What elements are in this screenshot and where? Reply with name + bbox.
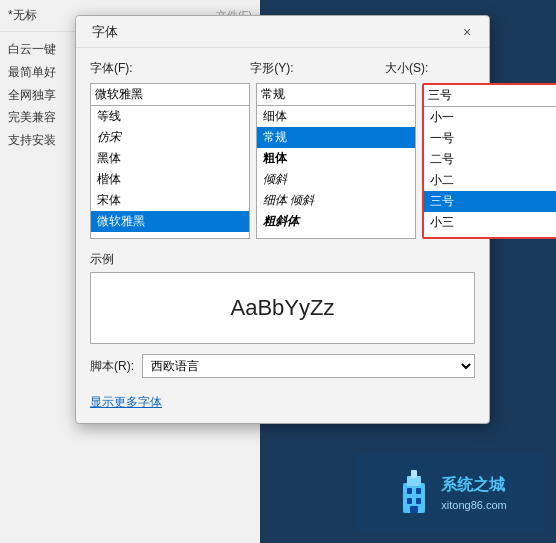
font-item-kaiti[interactable]: 楷体 (91, 169, 249, 190)
style-item-bold-italic[interactable]: 粗斜体 (257, 211, 415, 232)
font-item-heiti[interactable]: 黑体 (91, 148, 249, 169)
svg-rect-4 (416, 488, 421, 494)
size-col-inner: 小一 一号 二号 小二 三号 小三 四号 小四 (422, 83, 556, 239)
svg-rect-7 (410, 506, 418, 513)
script-label: 脚本(R): (90, 358, 134, 375)
editor-tab: *无标 (8, 7, 37, 24)
style-col-label: 字形(Y): (250, 60, 379, 77)
font-item-fangsong[interactable]: 仿宋 (91, 127, 249, 148)
size-col-header: 大小(S): (385, 60, 475, 79)
preview-box: AaBbYyZz (90, 272, 475, 344)
size-listbox-wrapper: 小一 一号 二号 小二 三号 小三 四号 小四 (424, 85, 556, 237)
columns-header: 字体(F): 字形(Y): 大小(S): (90, 60, 475, 79)
size-item-1hao[interactable]: 一号 (424, 128, 556, 149)
size-item-xiao3[interactable]: 小三 (424, 212, 556, 233)
editor-tab-label: *无标 (8, 7, 37, 24)
dialog-footer: 显示更多字体 (76, 388, 489, 423)
preview-section: 示例 AaBbYyZz (90, 251, 475, 344)
watermark: 系统之城 xitong86.com (356, 453, 546, 533)
dialog-close-button[interactable]: × (457, 22, 477, 42)
size-item-2hao[interactable]: 二号 (424, 149, 556, 170)
watermark-main-text: 系统之城 (441, 473, 506, 497)
watermark-sub-text: xitong86.com (441, 497, 506, 514)
font-item-dengxian[interactable]: 等线 (91, 106, 249, 127)
font-item-newsongti[interactable]: 新宋体 (91, 232, 249, 236)
style-item-regular[interactable]: 常规 (257, 127, 415, 148)
font-input[interactable] (91, 84, 249, 106)
svg-rect-3 (407, 488, 412, 494)
size-col-wrapper: 小一 一号 二号 小二 三号 小三 四号 小四 (422, 83, 556, 239)
style-listbox-wrapper: 细体 常规 粗体 倾斜 细体 倾斜 粗斜体 (256, 83, 416, 239)
font-listbox-wrapper: 等线 仿宋 黑体 楷体 宋体 微软雅黑 新宋体 (90, 83, 250, 239)
svg-rect-6 (416, 498, 421, 504)
preview-text: AaBbYyZz (231, 295, 335, 321)
dialog-body: 字体(F): 字形(Y): 大小(S): 等线 仿宋 黑体 楷体 宋体 微软雅黑 (76, 48, 489, 388)
dialog-titlebar: 字体 × (76, 16, 489, 48)
font-col-label: 字体(F): (90, 60, 244, 77)
size-input[interactable] (424, 85, 556, 107)
size-item-4hao[interactable]: 四号 (424, 233, 556, 237)
preview-label: 示例 (90, 251, 475, 268)
script-section: 脚本(R): 西欧语言 (90, 354, 475, 378)
dialog-title: 字体 (92, 23, 118, 41)
style-item-bold[interactable]: 粗体 (257, 148, 415, 169)
style-listbox[interactable]: 细体 常规 粗体 倾斜 细体 倾斜 粗斜体 (257, 106, 415, 236)
font-item-songti[interactable]: 宋体 (91, 190, 249, 211)
more-fonts-link[interactable]: 显示更多字体 (90, 395, 162, 409)
style-input[interactable] (257, 84, 415, 106)
watermark-icon (395, 468, 433, 518)
font-col-header: 字体(F): (90, 60, 244, 79)
font-item-msyahei[interactable]: 微软雅黑 (91, 211, 249, 232)
columns-row: 等线 仿宋 黑体 楷体 宋体 微软雅黑 新宋体 细体 常规 粗体 倾斜 细体 倾… (90, 83, 475, 239)
watermark-text-container: 系统之城 xitong86.com (441, 473, 506, 514)
style-item-thin[interactable]: 细体 (257, 106, 415, 127)
size-listbox[interactable]: 小一 一号 二号 小二 三号 小三 四号 小四 (424, 107, 556, 237)
size-col-label: 大小(S): (385, 60, 475, 77)
font-listbox[interactable]: 等线 仿宋 黑体 楷体 宋体 微软雅黑 新宋体 (91, 106, 249, 236)
font-dialog: 字体 × 字体(F): 字形(Y): 大小(S): 等线 仿宋 黑体 (75, 15, 490, 424)
svg-rect-2 (411, 470, 417, 478)
style-item-italic[interactable]: 倾斜 (257, 169, 415, 190)
size-item-xiao2[interactable]: 小二 (424, 170, 556, 191)
style-item-thin-italic[interactable]: 细体 倾斜 (257, 190, 415, 211)
size-item-xiao1[interactable]: 小一 (424, 107, 556, 128)
size-item-3hao[interactable]: 三号 (424, 191, 556, 212)
svg-rect-5 (407, 498, 412, 504)
style-col-header: 字形(Y): (250, 60, 379, 79)
script-select[interactable]: 西欧语言 (142, 354, 475, 378)
